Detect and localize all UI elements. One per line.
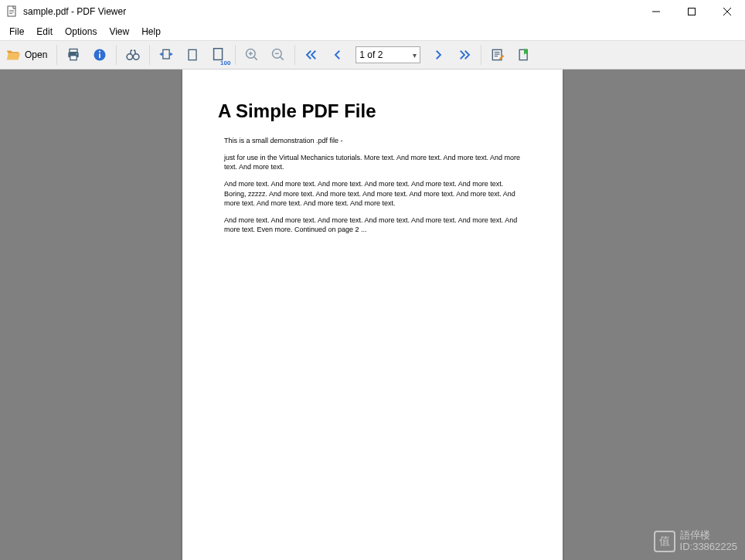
watermark: 值 語倅楼 ID:33862225: [654, 530, 737, 552]
menu-help[interactable]: Help: [135, 25, 167, 39]
actual-size-button[interactable]: 100: [207, 43, 230, 66]
watermark-icon: 值: [654, 531, 675, 552]
maximize-button[interactable]: [674, 0, 709, 23]
watermark-line1: 語倅楼: [680, 530, 737, 541]
close-button[interactable]: [709, 0, 745, 23]
fit-page-icon: [185, 47, 200, 63]
svg-line-22: [254, 57, 257, 60]
chevron-right-icon: [431, 48, 445, 62]
open-label: Open: [25, 49, 47, 60]
titlebar: sample.pdf - PDF Viewer: [0, 0, 745, 23]
separator: [149, 45, 150, 65]
menu-edit[interactable]: Edit: [30, 25, 59, 39]
minimize-button[interactable]: [638, 0, 674, 23]
zoom-out-button[interactable]: [267, 43, 290, 66]
fit-page-button[interactable]: [181, 43, 204, 66]
chevron-down-icon: ▾: [413, 51, 417, 59]
svg-point-15: [127, 54, 133, 60]
next-page-button[interactable]: [427, 43, 450, 66]
svg-rect-2: [9, 12, 14, 12]
bookmark-icon: [516, 47, 532, 63]
menubar: File Edit Options View Help: [0, 23, 745, 40]
document-heading: A Simple PDF File: [218, 100, 527, 122]
toolbar: Open 100: [0, 40, 745, 70]
printer-icon: [66, 47, 81, 63]
separator: [294, 45, 295, 65]
svg-rect-0: [8, 6, 15, 16]
print-button[interactable]: [62, 43, 85, 66]
svg-rect-8: [70, 49, 77, 53]
zoom-in-button[interactable]: [240, 43, 264, 66]
svg-point-11: [77, 53, 78, 55]
prev-page-button[interactable]: [326, 43, 349, 66]
window-controls: [638, 0, 745, 23]
fit-width-button[interactable]: [155, 43, 178, 66]
svg-rect-3: [9, 13, 12, 14]
document-paragraph: And more text. And more text. And more t…: [218, 216, 527, 234]
svg-rect-18: [163, 49, 169, 59]
svg-line-26: [281, 57, 284, 60]
double-chevron-left-icon: [304, 48, 318, 62]
pdf-page: A Simple PDF File This is a small demons…: [182, 70, 563, 560]
document-viewer[interactable]: A Simple PDF File This is a small demons…: [0, 70, 745, 560]
svg-rect-10: [70, 56, 77, 60]
info-icon: [92, 47, 107, 63]
watermark-line2: ID:33862225: [680, 541, 737, 552]
svg-rect-5: [689, 8, 696, 15]
open-button[interactable]: Open: [3, 43, 52, 66]
zoom-100-label: 100: [220, 59, 230, 66]
last-page-button[interactable]: [453, 43, 476, 66]
svg-rect-1: [9, 10, 14, 11]
zoom-out-icon: [270, 47, 286, 63]
document-paragraph: This is a small demonstration .pdf file …: [218, 136, 527, 145]
svg-rect-13: [100, 53, 101, 58]
separator: [481, 45, 481, 65]
chevron-left-icon: [331, 48, 345, 62]
svg-point-16: [134, 54, 140, 60]
binoculars-icon: [125, 47, 141, 63]
svg-rect-19: [189, 49, 196, 59]
menu-file[interactable]: File: [3, 25, 30, 39]
folder-open-icon: [5, 46, 22, 63]
separator: [56, 45, 57, 65]
page-selector[interactable]: 1 of 2 ▾: [355, 46, 420, 63]
app-icon: [6, 5, 19, 18]
svg-point-14: [99, 51, 100, 53]
page-selector-label: 1 of 2: [359, 49, 383, 60]
menu-view[interactable]: View: [103, 25, 135, 39]
double-chevron-right-icon: [458, 48, 471, 62]
info-button[interactable]: [88, 43, 111, 66]
document-paragraph: And more text. And more text. And more t…: [218, 179, 527, 207]
annotate-button[interactable]: [486, 43, 509, 66]
separator: [235, 45, 236, 65]
zoom-in-icon: [244, 47, 260, 63]
svg-rect-20: [214, 49, 223, 60]
fit-width-icon: [158, 47, 174, 63]
separator: [116, 45, 117, 65]
first-page-button[interactable]: [300, 43, 323, 66]
bookmark-button[interactable]: [512, 43, 536, 66]
menu-options[interactable]: Options: [59, 25, 103, 39]
window-title: sample.pdf - PDF Viewer: [23, 6, 126, 17]
document-paragraph: just for use in the Virtual Mechanics tu…: [218, 153, 527, 171]
annotate-icon: [490, 47, 505, 63]
search-button[interactable]: [121, 43, 145, 66]
